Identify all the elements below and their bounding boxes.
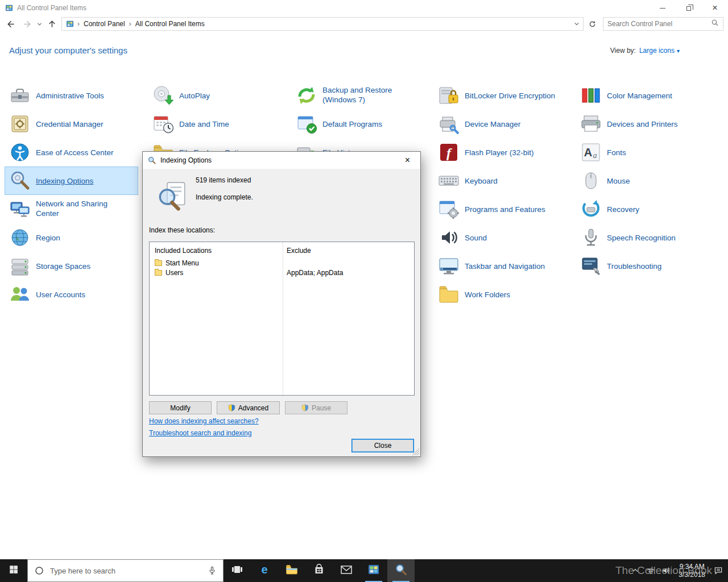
cortana-icon	[34, 565, 45, 576]
cp-item-autoplay[interactable]: AutoPlay	[148, 81, 216, 110]
cp-item-ease-of-access[interactable]: Ease of Access Center	[5, 138, 120, 167]
cp-item-label: Indexing Options	[36, 177, 93, 185]
taskbar-file-explorer-button[interactable]	[278, 559, 305, 582]
advanced-button[interactable]: Advanced	[217, 401, 280, 414]
indexing-status-icon	[155, 180, 187, 212]
cp-item-label: Recovery	[607, 205, 639, 214]
troubleshoot-link[interactable]: Troubleshoot search and indexing	[149, 429, 251, 437]
cp-item-default-programs[interactable]: Default Programs	[291, 110, 388, 138]
cp-item-color-management[interactable]: Color Management	[576, 81, 679, 110]
user-accounts-icon	[9, 283, 31, 306]
dialog-titlebar[interactable]: Indexing Options ×	[143, 152, 420, 169]
sound-icon	[437, 226, 460, 249]
microphone-icon[interactable]	[207, 566, 217, 576]
keyboard-icon	[437, 169, 460, 192]
cp-item-label: Flash Player (32-bit)	[465, 148, 534, 157]
cp-item-bitlocker[interactable]: BitLocker Drive Encryption	[433, 81, 561, 110]
taskbar-task-view-button[interactable]	[224, 559, 251, 582]
fonts-icon: Aa	[580, 141, 602, 164]
volume-icon[interactable]	[658, 559, 673, 582]
taskbar-indexing-options-button[interactable]	[387, 559, 415, 582]
taskbar-clock[interactable]: 9:34 AM 3/3/2018	[673, 563, 710, 579]
taskbar-store-button[interactable]	[305, 559, 333, 582]
cp-item-label: Devices and Printers	[607, 120, 678, 128]
cp-item-label: Backup and Restore (Windows 7)	[322, 86, 415, 105]
dialog-close-action-button[interactable]: Close	[351, 439, 414, 452]
cp-item-region[interactable]: Region	[5, 223, 67, 252]
cp-item-network-sharing[interactable]: Network and Sharing Center	[5, 195, 134, 223]
cp-item-sound[interactable]: Sound	[433, 223, 493, 252]
hidden-icons-chevron-icon[interactable]	[627, 559, 643, 582]
cp-item-label: Region	[36, 234, 60, 242]
pause-button[interactable]: Pause	[285, 401, 348, 414]
cp-item-flash-player[interactable]: fFlash Player (32-bit)	[433, 138, 540, 167]
store-icon	[312, 563, 326, 579]
cp-item-label: Device Manager	[465, 120, 520, 128]
indexing-help-link[interactable]: How does indexing affect searches?	[149, 417, 259, 425]
region-icon	[9, 226, 31, 249]
taskbar-navigation-icon	[437, 255, 460, 277]
cp-item-label: Storage Spaces	[36, 262, 90, 271]
cp-item-work-folders[interactable]: Work Folders	[433, 280, 516, 309]
cp-item-label: User Accounts	[36, 290, 85, 299]
cp-item-mouse[interactable]: Mouse	[576, 167, 636, 195]
cp-item-label: Speech Recognition	[607, 234, 676, 242]
cp-item-troubleshooting[interactable]: Troubleshooting	[576, 252, 668, 280]
cp-item-user-accounts[interactable]: User Accounts	[5, 280, 92, 309]
cp-item-backup-restore[interactable]: Backup and Restore (Windows 7)	[291, 81, 421, 110]
system-tray: 9:34 AM 3/3/2018	[627, 559, 728, 582]
backup-restore-icon	[295, 84, 318, 107]
locations-list[interactable]: Included Locations Exclude Start MenuUse…	[149, 242, 415, 396]
file-explorer-icon	[285, 563, 299, 579]
ease-of-access-icon	[9, 141, 31, 164]
cp-item-devices-printers[interactable]: Devices and Printers	[576, 110, 684, 138]
cp-item-label: BitLocker Drive Encryption	[465, 92, 555, 100]
control-panel-icon	[367, 563, 380, 579]
windows-logo-icon	[9, 564, 19, 577]
cp-item-date-time[interactable]: Date and Time	[148, 110, 235, 138]
cp-item-credential-manager[interactable]: Credential Manager	[5, 110, 110, 138]
cp-item-label: Network and Sharing Center	[36, 199, 128, 219]
dialog-close-button[interactable]: ×	[395, 152, 420, 169]
indexing-status-text: Indexing complete.	[196, 193, 253, 201]
cp-item-label: Administrative Tools	[36, 92, 104, 100]
cp-item-administrative-tools[interactable]: Administrative Tools	[5, 81, 110, 110]
cp-item-label: Fonts	[607, 148, 626, 157]
clock-date: 3/3/2018	[679, 571, 705, 579]
cp-item-label: Credential Manager	[36, 120, 104, 128]
location-row[interactable]: UsersAppData; AppData	[150, 268, 414, 277]
taskbar-search[interactable]: Type here to search	[27, 559, 224, 582]
cp-item-indexing-options[interactable]: Indexing Options	[5, 167, 138, 195]
cp-item-device-manager[interactable]: Device Manager	[433, 110, 527, 138]
taskbar-apps: e	[224, 559, 415, 582]
taskbar-mail-button[interactable]	[333, 559, 360, 582]
autoplay-icon	[152, 84, 175, 107]
cp-item-recovery[interactable]: Recovery	[576, 195, 646, 223]
resize-grip[interactable]	[412, 448, 419, 455]
cp-item-programs-features[interactable]: Programs and Features	[433, 195, 552, 223]
work-folders-icon	[437, 283, 460, 306]
modify-button[interactable]: Modify	[149, 401, 212, 414]
dialog-title: Indexing Options	[160, 156, 212, 164]
cp-item-storage-spaces[interactable]: Storage Spaces	[5, 252, 97, 280]
recovery-icon	[580, 198, 602, 221]
network-icon[interactable]	[643, 559, 658, 582]
indexing-options-icon	[394, 563, 408, 579]
cp-item-label: Sound	[465, 234, 487, 242]
cp-item-label: Programs and Features	[465, 205, 545, 214]
cp-item-label: Date and Time	[179, 120, 229, 128]
taskbar-control-panel-button[interactable]	[360, 559, 387, 582]
cp-item-speech-recognition[interactable]: Speech Recognition	[576, 223, 682, 252]
location-row[interactable]: Start Menu	[150, 258, 414, 268]
cp-item-keyboard[interactable]: Keyboard	[433, 167, 504, 195]
action-center-button[interactable]	[710, 559, 726, 582]
default-programs-icon	[295, 113, 318, 135]
taskbar-edge-button[interactable]: e	[251, 559, 278, 582]
network-sharing-icon	[9, 198, 31, 221]
cp-item-taskbar-navigation[interactable]: Taskbar and Navigation	[433, 252, 551, 280]
edge-icon: e	[258, 563, 271, 579]
cp-item-fonts[interactable]: AaFonts	[576, 138, 632, 167]
start-button[interactable]	[0, 559, 27, 582]
indexing-options-dialog: Indexing Options × 519 items indexed Ind…	[142, 151, 421, 457]
flash-player-icon: f	[437, 141, 460, 164]
